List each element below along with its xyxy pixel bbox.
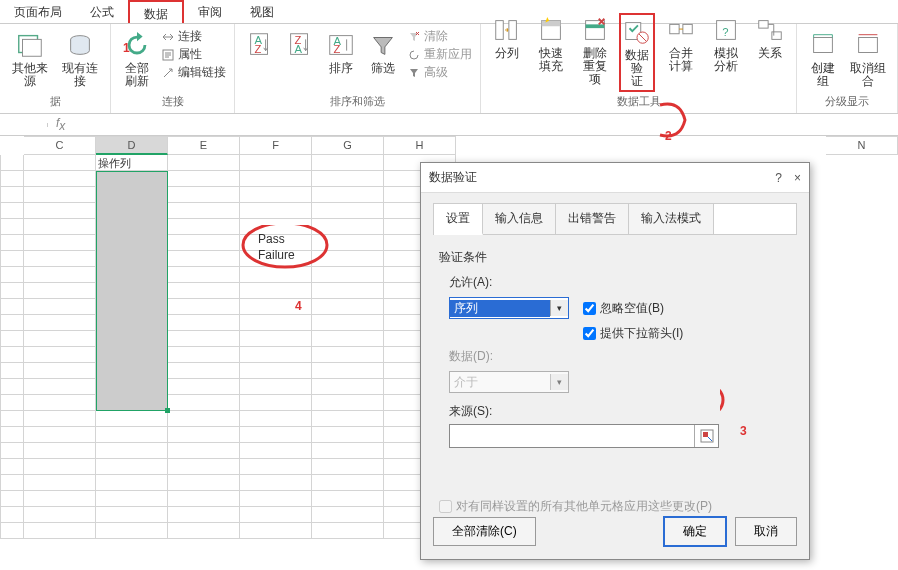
dropdown-checkbox[interactable]: 提供下拉箭头(I) [583,325,683,342]
row-header[interactable] [0,411,24,427]
cell[interactable] [168,475,240,491]
cell[interactable] [96,443,168,459]
cell[interactable] [24,187,96,203]
range-picker-button[interactable] [694,425,718,447]
data-validation-button[interactable]: 数据验 证 [619,13,655,92]
cell[interactable] [24,251,96,267]
ok-button[interactable]: 确定 [663,516,727,547]
cell[interactable] [312,475,384,491]
cell[interactable] [24,395,96,411]
cell[interactable] [24,459,96,475]
cell[interactable] [24,363,96,379]
cell[interactable] [168,219,240,235]
cell[interactable] [312,171,384,187]
tab-error-alert[interactable]: 出错警告 [556,204,629,234]
cell[interactable] [312,395,384,411]
cell[interactable] [24,411,96,427]
row-header[interactable] [0,347,24,363]
cell[interactable] [312,251,384,267]
ignore-blank-checkbox[interactable]: 忽略空值(B) [583,300,664,317]
cell[interactable] [240,315,312,331]
cell[interactable] [240,491,312,507]
cell[interactable] [312,299,384,315]
properties-button[interactable]: 属性 [161,46,226,63]
cell[interactable] [96,507,168,523]
cell[interactable] [168,267,240,283]
cell[interactable] [240,235,312,251]
cell[interactable] [96,411,168,427]
col-header[interactable]: G [312,136,384,155]
cell[interactable] [312,347,384,363]
ungroup-button[interactable]: 取消组合 [847,28,889,90]
cell[interactable] [168,363,240,379]
cell[interactable] [312,315,384,331]
cell[interactable] [312,331,384,347]
row-header[interactable] [0,491,24,507]
clear-all-button[interactable]: 全部清除(C) [433,517,536,546]
cell[interactable] [96,459,168,475]
cell[interactable] [312,235,384,251]
cell[interactable] [24,523,96,539]
filter-button[interactable]: 筛选 [365,28,401,77]
row-header[interactable] [0,219,24,235]
cell[interactable] [312,283,384,299]
row-header[interactable] [0,155,24,171]
cell[interactable] [240,363,312,379]
cell[interactable] [168,283,240,299]
row-header[interactable] [0,475,24,491]
col-header[interactable]: C [24,136,96,155]
cell[interactable] [240,411,312,427]
cell[interactable] [240,299,312,315]
cell[interactable] [168,507,240,523]
cell[interactable] [168,459,240,475]
cell[interactable] [24,331,96,347]
allow-select[interactable]: 序列▾ [449,297,569,319]
clear-filter-button[interactable]: 清除 [407,28,472,45]
row-header[interactable] [0,443,24,459]
col-header[interactable]: N [826,136,898,155]
cell[interactable] [168,443,240,459]
col-header[interactable]: F [240,136,312,155]
cell[interactable] [168,379,240,395]
cell[interactable] [240,475,312,491]
tab-formula[interactable]: 公式 [76,0,128,23]
row-header[interactable] [0,283,24,299]
row-header[interactable] [0,251,24,267]
cell[interactable] [168,171,240,187]
cell[interactable] [96,427,168,443]
cell[interactable] [24,267,96,283]
remove-duplicates-button[interactable]: 删除 重复项 [577,13,613,88]
cell[interactable] [312,363,384,379]
cell[interactable] [240,459,312,475]
whatif-button[interactable]: ?模拟分析 [706,13,746,75]
cell[interactable] [168,395,240,411]
cell[interactable] [312,507,384,523]
cell[interactable] [240,443,312,459]
cell[interactable] [24,219,96,235]
cell[interactable] [168,331,240,347]
tab-layout[interactable]: 页面布局 [0,0,76,23]
cell[interactable] [312,459,384,475]
cell[interactable] [312,155,384,171]
cell[interactable] [312,267,384,283]
cell[interactable] [312,491,384,507]
cell[interactable] [312,219,384,235]
row-header[interactable] [0,171,24,187]
existing-conn-button[interactable]: 现有连接 [58,28,102,90]
row-header[interactable] [0,187,24,203]
cell[interactable] [312,443,384,459]
cell[interactable] [240,427,312,443]
tab-data[interactable]: 数据 [128,0,184,23]
cell[interactable] [312,411,384,427]
cell[interactable] [24,299,96,315]
row-header[interactable] [0,507,24,523]
help-button[interactable]: ? [775,171,782,185]
cell[interactable] [24,427,96,443]
cell[interactable] [168,235,240,251]
cell[interactable] [96,491,168,507]
row-header[interactable] [0,395,24,411]
cell[interactable] [168,299,240,315]
row-header[interactable] [0,299,24,315]
tab-input-msg[interactable]: 输入信息 [483,204,556,234]
consolidate-button[interactable]: 合并计算 [661,13,701,75]
